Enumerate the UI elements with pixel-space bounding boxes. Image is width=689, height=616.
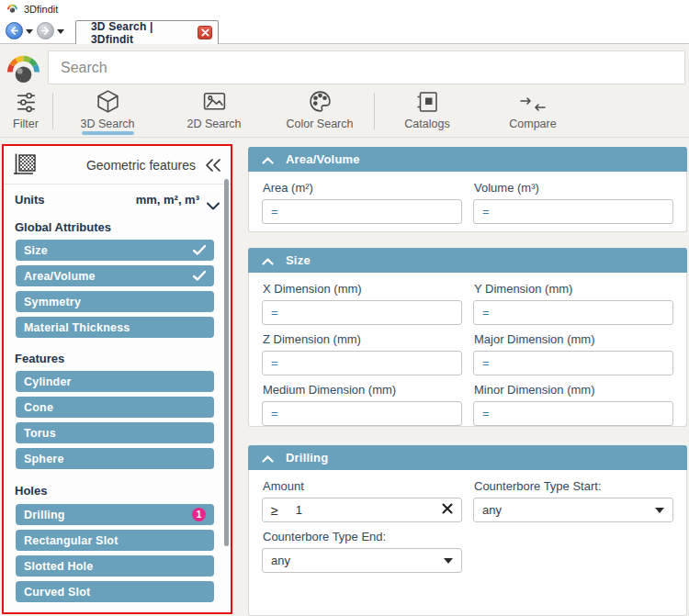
window-titlebar: 3Dfindit [0,0,689,17]
filter-button-material-thickness[interactable]: Material Thickness [16,317,214,338]
toolbar-label: 2D Search [186,118,241,130]
field-amount: Amount ≥ 1 [262,472,462,522]
filter-button-rectangular-slot[interactable]: Rectangular Slot [16,530,214,551]
browser-nav-row: 3D Search | 3Dfindit [0,17,689,44]
chevron-up-icon [262,450,274,466]
select-caret-icon [655,508,664,513]
field-counterbore-end: Counterbore Type End: any [262,522,462,573]
y-dimension-input[interactable] [473,300,673,325]
units-value[interactable]: mm, m², m³ [136,193,199,207]
filter-button-cylinder[interactable]: Cylinder [16,371,214,392]
sidebar-scrollbar-thumb[interactable] [224,179,229,546]
minor-dimension-input[interactable] [473,401,673,426]
panel-header-area-volume[interactable]: Area/Volume [248,147,687,172]
z-dimension-input[interactable] [262,351,462,375]
forward-dropdown-caret[interactable] [57,29,64,34]
findit-gauge-logo [3,50,44,90]
tab-close-icon[interactable] [198,26,212,39]
panel-header-drilling[interactable]: Drilling [248,445,687,470]
select-caret-icon [444,558,453,564]
field-medium-dimension: Medium Dimension (mm) [262,375,462,426]
toolbar-label: Compare [509,118,556,130]
filter-button-symmetry[interactable]: Symmetry [16,291,214,312]
field-minor-dimension: Minor Dimension (mm) [473,375,673,426]
filter-button-area-volume[interactable]: Area/Volume [16,265,214,286]
image-icon [202,89,227,114]
filter-button-cone[interactable]: Cone [16,397,214,418]
section-heading-features: Features [15,352,64,365]
panel-body: Area (m²) Volume (m³) [248,172,687,232]
search-input[interactable] [48,50,685,84]
selected-option: any [271,554,290,567]
panel-title: Area/Volume [286,152,360,166]
filter-button-sphere[interactable]: Sphere [16,448,214,469]
field-major-dimension: Major Dimension (mm) [473,325,673,375]
geometric-features-sidebar: Geometric features Units mm, m², m³ Glob… [2,144,232,614]
toolbar-item-catalogs[interactable]: Catalogs [389,89,466,130]
filter-button-torus[interactable]: Torus [16,422,214,443]
section-heading-holes: Holes [15,484,47,498]
major-dimension-input[interactable] [473,351,673,375]
clear-icon[interactable] [442,503,453,517]
panel-title: Drilling [286,451,328,465]
toolbar-item-color-search[interactable]: Color Search [276,89,364,130]
toolbar-item-3d-search[interactable]: 3D Search [69,89,146,130]
chevron-up-icon [262,252,274,269]
active-tab-underline [82,131,134,135]
filter-button-size[interactable]: Size [16,240,214,261]
field-volume: Volume (m³) [473,174,673,224]
amount-input[interactable]: ≥ 1 [262,498,462,522]
back-dropdown-caret[interactable] [26,29,33,34]
amount-value[interactable]: 1 [296,503,442,517]
filter-button-curved-slot[interactable]: Curved Slot [16,581,214,602]
sidebar-title: Geometric features [86,158,196,173]
toolbar-label: Filter [13,118,39,130]
area-input[interactable] [262,199,462,224]
forward-button[interactable] [37,22,54,39]
field-area: Area (m²) [262,174,462,224]
toolbar-label: Color Search [287,118,354,130]
filter-button-slotted-hole[interactable]: Slotted Hole [16,555,214,577]
tab-label: 3D Search | 3Dfindit [91,20,198,46]
cube-icon [96,89,120,114]
field-y-dimension: Y Dimension (mm) [473,274,673,325]
toolbar-item-compare[interactable]: Compare [494,89,571,130]
filter-button-drilling[interactable]: Drilling 1 [16,504,214,525]
app-content: Filter 3D Search 2D Search [0,44,689,616]
compare-arrows-icon [518,89,548,114]
units-label: Units [15,193,45,207]
field-x-dimension: X Dimension (mm) [262,274,462,325]
panel-area-volume: Area/Volume Area (m²) Volume (m³) [248,147,687,232]
panel-size: Size X Dimension (mm) Y Dimension (mm) Z… [248,248,687,427]
toolbar-label: 3D Search [80,118,134,130]
counterbore-end-select[interactable]: any [262,548,462,573]
gte-operator[interactable]: ≥ [271,503,278,518]
toolbar-separator [0,137,689,138]
counterbore-start-select[interactable]: any [473,498,673,522]
tab-3d-search[interactable]: 3D Search | 3Dfindit [75,20,219,44]
toolbar-divider [374,93,375,129]
x-dimension-input[interactable] [262,300,462,325]
toolbar-item-filter[interactable]: Filter [4,89,48,130]
field-z-dimension: Z Dimension (mm) [262,325,462,375]
sidebar-divider [4,184,231,185]
panel-drilling: Drilling Amount ≥ 1 Counterbore Type Sta… [248,445,687,616]
filter-sliders-icon [15,89,38,114]
panel-header-size[interactable]: Size [248,248,687,273]
catalog-book-icon [415,89,439,114]
toolbar-item-2d-search[interactable]: 2D Search [175,89,253,130]
collapse-double-chevron-icon[interactable] [203,155,223,179]
chevron-up-icon [262,151,274,168]
medium-dimension-input[interactable] [262,401,462,426]
panel-body: Amount ≥ 1 Counterbore Type Start: any C… [248,470,687,616]
section-heading-global-attributes: Global Attributes [15,220,111,234]
panel-body: X Dimension (mm) Y Dimension (mm) Z Dime… [248,273,687,427]
chevron-down-icon[interactable] [207,197,220,214]
toolbar-label: Catalogs [404,118,449,130]
toolbar-divider [52,93,53,129]
geometric-features-icon [12,152,38,182]
selected-option: any [482,503,502,517]
volume-input[interactable] [473,199,673,224]
back-button[interactable] [6,22,23,39]
palette-icon [308,89,333,114]
